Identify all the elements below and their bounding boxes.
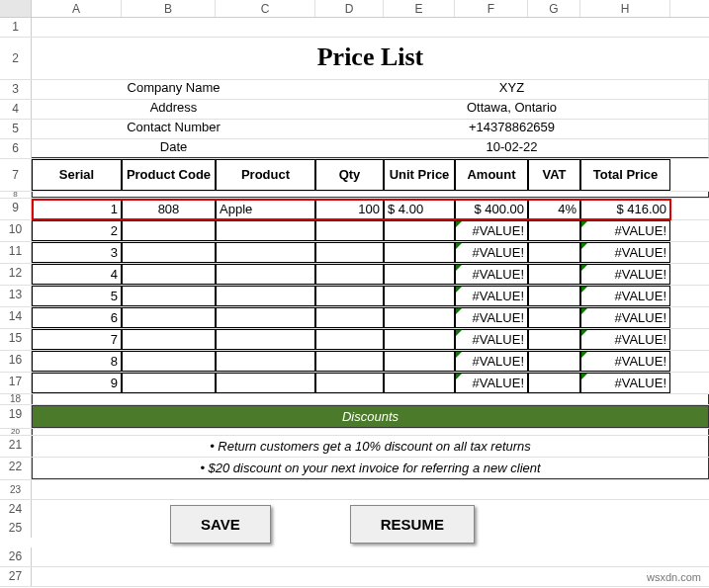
cell-qty[interactable] (315, 351, 384, 372)
col-header-H[interactable]: H (580, 0, 670, 17)
cell-amount[interactable]: #VALUE! (455, 351, 528, 372)
cell-code[interactable] (122, 242, 216, 263)
row-header-4[interactable]: 4 (0, 100, 32, 119)
cell-amount[interactable]: #VALUE! (455, 242, 528, 263)
cell-total[interactable]: #VALUE! (580, 264, 670, 285)
cell-unit-price[interactable] (384, 351, 455, 372)
cell-product[interactable] (216, 329, 315, 350)
cell-unit-price[interactable]: $ 4.00 (384, 199, 455, 219)
header-code[interactable]: Product Code (122, 159, 216, 191)
cell-vat[interactable] (528, 307, 580, 328)
row-header-14[interactable]: 14 (0, 307, 32, 328)
cell-amount[interactable]: #VALUE! (455, 264, 528, 285)
row-header-2[interactable]: 2 (0, 38, 32, 79)
cell-amount[interactable]: #VALUE! (455, 307, 528, 328)
cell-product[interactable]: Apple (216, 199, 315, 219)
col-header-E[interactable]: E (384, 0, 455, 17)
cell-total[interactable]: #VALUE! (580, 373, 670, 393)
cell-vat[interactable]: 4% (528, 199, 580, 219)
cell-amount[interactable]: $ 400.00 (455, 199, 528, 219)
row-header-24[interactable]: 24 (0, 500, 32, 519)
cell-qty[interactable]: 100 (315, 199, 384, 219)
cell-product[interactable] (216, 351, 315, 372)
cell-product[interactable] (216, 307, 315, 328)
cell-product[interactable] (216, 373, 315, 393)
header-total[interactable]: Total Price (580, 159, 670, 191)
cell-code[interactable] (122, 373, 216, 393)
row-header-17[interactable]: 17 (0, 373, 32, 393)
cell-amount[interactable]: #VALUE! (455, 220, 528, 241)
row-header-19[interactable]: 19 (0, 405, 32, 428)
cell-qty[interactable] (315, 307, 384, 328)
row-header-26[interactable]: 26 (0, 547, 32, 566)
row-header-13[interactable]: 13 (0, 286, 32, 306)
cell-vat[interactable] (528, 220, 580, 241)
cell-code[interactable] (122, 220, 216, 241)
cell-product[interactable] (216, 286, 315, 306)
cell-total[interactable]: #VALUE! (580, 220, 670, 241)
row-header-10[interactable]: 10 (0, 220, 32, 241)
row-header-11[interactable]: 11 (0, 242, 32, 263)
cell-qty[interactable] (315, 329, 384, 350)
cell-serial[interactable]: 7 (32, 329, 122, 350)
row-header-15[interactable]: 15 (0, 329, 32, 350)
cell-serial[interactable]: 2 (32, 220, 122, 241)
cell-code[interactable] (122, 264, 216, 285)
cell-total[interactable]: #VALUE! (580, 351, 670, 372)
col-header-A[interactable]: A (32, 0, 122, 17)
cell-amount[interactable]: #VALUE! (455, 373, 528, 393)
col-header-B[interactable]: B (122, 0, 216, 17)
row-header-25[interactable]: 25 (0, 519, 32, 538)
cell-serial[interactable]: 4 (32, 264, 122, 285)
cell-serial[interactable]: 8 (32, 351, 122, 372)
row-header-3[interactable]: 3 (0, 80, 32, 99)
row-header-27[interactable]: 27 (0, 567, 32, 586)
row-header-8[interactable]: 8 (0, 192, 32, 198)
cell-unit-price[interactable] (384, 373, 455, 393)
cell-qty[interactable] (315, 242, 384, 263)
header-vat[interactable]: VAT (528, 159, 580, 191)
header-unit-price[interactable]: Unit Price (384, 159, 455, 191)
cell-code[interactable] (122, 329, 216, 350)
resume-button[interactable]: RESUME (350, 505, 475, 544)
row-header-5[interactable]: 5 (0, 120, 32, 138)
cell-unit-price[interactable] (384, 286, 455, 306)
cell-code[interactable] (122, 307, 216, 328)
cell-serial[interactable]: 3 (32, 242, 122, 263)
row-header-23[interactable]: 23 (0, 480, 32, 499)
cell-qty[interactable] (315, 373, 384, 393)
cell-total[interactable]: $ 416.00 (580, 199, 670, 219)
cell-unit-price[interactable] (384, 220, 455, 241)
col-header-F[interactable]: F (455, 0, 528, 17)
header-serial[interactable]: Serial (32, 159, 122, 191)
date-value[interactable]: 10-02-22 (315, 139, 709, 158)
row-header-6[interactable]: 6 (0, 139, 32, 158)
cell-qty[interactable] (315, 220, 384, 241)
cell-code[interactable]: 808 (122, 199, 216, 219)
cell-total[interactable]: #VALUE! (580, 242, 670, 263)
cell-product[interactable] (216, 242, 315, 263)
cell-vat[interactable] (528, 264, 580, 285)
cell-code[interactable] (122, 286, 216, 306)
header-product[interactable]: Product (216, 159, 315, 191)
cell-unit-price[interactable] (384, 307, 455, 328)
cell-vat[interactable] (528, 286, 580, 306)
cell-serial[interactable]: 5 (32, 286, 122, 306)
cell-amount[interactable]: #VALUE! (455, 329, 528, 350)
cell-total[interactable]: #VALUE! (580, 286, 670, 306)
cell-serial[interactable]: 1 (32, 199, 122, 219)
cell-product[interactable] (216, 220, 315, 241)
row-header-12[interactable]: 12 (0, 264, 32, 285)
col-header-D[interactable]: D (315, 0, 384, 17)
cell-vat[interactable] (528, 351, 580, 372)
header-qty[interactable]: Qty (315, 159, 384, 191)
cell-vat[interactable] (528, 373, 580, 393)
save-button[interactable]: SAVE (170, 505, 271, 544)
cell-serial[interactable]: 9 (32, 373, 122, 393)
col-header-G[interactable]: G (528, 0, 580, 17)
cell-product[interactable] (216, 264, 315, 285)
cell-unit-price[interactable] (384, 242, 455, 263)
cell-serial[interactable]: 6 (32, 307, 122, 328)
address-value[interactable]: Ottawa, Ontario (315, 100, 709, 119)
row-header-16[interactable]: 16 (0, 351, 32, 372)
